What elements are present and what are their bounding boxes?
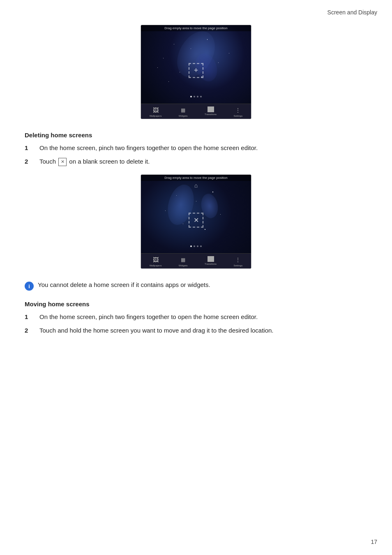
add-page-icon-1: + — [189, 63, 203, 78]
step2-2-number: 2 — [25, 326, 39, 335]
home-icon-top: ⌂ — [194, 182, 198, 189]
wallpapers-icon-1: 🖼 Wallpapers — [150, 106, 162, 117]
phone-screenshot-2: Drag empty area to move the page positio… — [141, 174, 251, 269]
screenshot1-container: Drag empty area to move the page positio… — [25, 25, 367, 119]
step1-2-number: 2 — [25, 157, 39, 166]
dots-row-1 — [141, 96, 251, 97]
screenshot2-container: Drag empty area to move the page positio… — [25, 174, 367, 269]
wallpapers-icon-2: 🖼 Wallpapers — [150, 256, 162, 267]
page-number: 17 — [371, 539, 377, 545]
section1-heading: Deleting home screens — [25, 132, 367, 139]
info-icon: i — [25, 282, 34, 291]
main-content: Drag empty area to move the page positio… — [0, 0, 392, 356]
widgets-icon-2: ▦ Widgets — [179, 256, 188, 267]
step2-1-number: 1 — [25, 312, 39, 322]
step2-2-text: Touch and hold the home screen you want … — [39, 326, 367, 335]
transitions-icon-2: Transitions — [205, 256, 217, 265]
screenshot1-bottombar: 🖼 Wallpapers ▦ Widgets Transitions ⋮ Set… — [141, 104, 251, 119]
info-note: i You cannot delete a home screen if it … — [25, 281, 367, 291]
screenshot1-topbar: Drag empty area to move the page positio… — [141, 25, 251, 31]
delete-page-icon: ✕ — [189, 213, 203, 227]
step1-1-number: 1 — [25, 143, 39, 153]
step1-2-text: Touch ✕ on a blank screen to delete it. — [39, 157, 367, 166]
step2-2: 2 Touch and hold the home screen you wan… — [25, 326, 367, 335]
dots-row-2 — [141, 245, 251, 247]
step1-1-text: On the home screen, pinch two fingers to… — [39, 143, 367, 153]
step2-1: 1 On the home screen, pinch two fingers … — [25, 312, 367, 322]
info-note-text: You cannot delete a home screen if it co… — [38, 281, 210, 288]
screenshot2-bottombar: 🖼 Wallpapers ▦ Widgets Transitions ⋮ Set… — [141, 253, 251, 268]
phone-screenshot-1: Drag empty area to move the page positio… — [141, 25, 251, 119]
step1-2: 2 Touch ✕ on a blank screen to delete it… — [25, 157, 367, 166]
step1-1: 1 On the home screen, pinch two fingers … — [25, 143, 367, 153]
section2-heading: Moving home screens — [25, 301, 367, 308]
page-header-title: Screen and Display — [327, 9, 377, 16]
x-icon: ✕ — [58, 158, 67, 166]
settings-icon-1: ⋮ Settings — [233, 106, 242, 117]
step2-1-text: On the home screen, pinch two fingers to… — [39, 312, 367, 322]
widgets-icon-1: ▦ Widgets — [179, 106, 188, 117]
settings-icon-2: ⋮ Settings — [233, 256, 242, 267]
screenshot2-topbar: Drag empty area to move the page positio… — [141, 175, 251, 181]
transitions-icon-1: Transitions — [205, 106, 217, 116]
